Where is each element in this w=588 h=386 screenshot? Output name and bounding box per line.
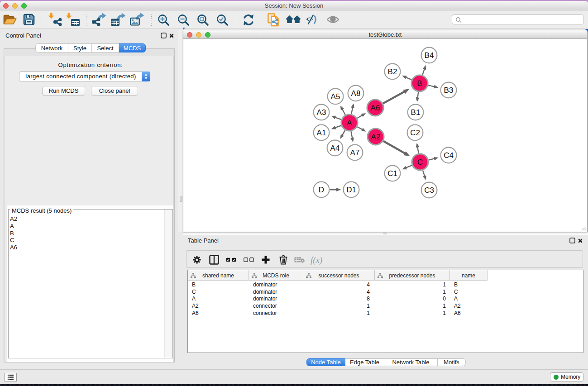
svg-text:A8: A8 <box>351 89 361 98</box>
svg-text:A2: A2 <box>371 133 381 141</box>
svg-text:B2: B2 <box>388 67 397 76</box>
svg-text:A3: A3 <box>317 108 326 117</box>
svg-text:A7: A7 <box>350 148 360 157</box>
svg-text:D: D <box>319 186 324 194</box>
svg-text:D1: D1 <box>346 186 356 194</box>
svg-text:B1: B1 <box>411 108 421 117</box>
svg-text:C2: C2 <box>410 129 420 137</box>
svg-text:C3: C3 <box>424 186 434 195</box>
svg-text:A1: A1 <box>317 129 326 137</box>
svg-text:B4: B4 <box>425 51 434 60</box>
svg-text:A: A <box>347 119 352 127</box>
svg-text:C4: C4 <box>444 151 454 160</box>
svg-text:A6: A6 <box>371 104 380 112</box>
svg-text:A4: A4 <box>330 144 340 152</box>
svg-text:B3: B3 <box>444 86 454 95</box>
svg-text:C: C <box>417 158 423 167</box>
svg-text:B: B <box>417 79 422 88</box>
svg-text:C1: C1 <box>387 169 397 178</box>
svg-text:A5: A5 <box>331 92 340 101</box>
